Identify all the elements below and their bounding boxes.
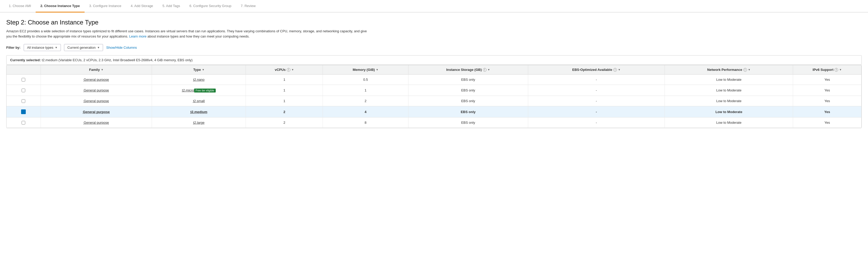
generation-filter-label: Current generation (67, 46, 95, 50)
type-cell: t2.small (152, 96, 246, 106)
nav-step-step5[interactable]: 5. Add Tags (158, 0, 185, 12)
vcpus-cell: 1 (246, 96, 323, 106)
family-cell: General purpose (40, 96, 152, 106)
network-cell: Low to Moderate (665, 85, 793, 96)
memory-cell: 4 (323, 106, 408, 117)
storage-cell: EBS only (408, 75, 528, 85)
row-checkbox[interactable] (22, 78, 25, 82)
family-link[interactable]: General purpose (84, 99, 109, 103)
storage-cell: EBS only (408, 117, 528, 128)
table-header-vcpus[interactable]: vCPUs i ▼ (246, 65, 323, 75)
family-cell: General purpose (40, 85, 152, 96)
table-row[interactable]: General purposet2.microFree tier eligibl… (6, 85, 862, 96)
instance-type-link[interactable]: t2.large (193, 121, 205, 124)
selected-prefix: Currently selected: (10, 58, 41, 62)
memory-cell: 8 (323, 117, 408, 128)
table-header-row: Family ▼ Type ▼ vCPUs i (6, 65, 862, 75)
row-select-cell[interactable] (6, 117, 40, 128)
learn-more-link[interactable]: Learn more (129, 34, 147, 38)
sort-icon: ▼ (839, 68, 842, 71)
generation-filter[interactable]: Current generation ▼ (64, 44, 103, 51)
vcpus-cell: 1 (246, 75, 323, 85)
page-title: Step 2: Choose an Instance Type (6, 19, 862, 26)
chevron-down-icon: ▼ (97, 46, 100, 49)
row-select-cell[interactable] (6, 85, 40, 96)
header-network-label: Network Performance (707, 68, 742, 71)
ipv6-cell: Yes (793, 106, 862, 117)
table-header-network[interactable]: Network Performance i ▼ (665, 65, 793, 75)
family-link[interactable]: General purpose (84, 121, 109, 124)
row-select-cell[interactable] (6, 75, 40, 85)
table-header-memory[interactable]: Memory (GiB) ▼ (323, 65, 408, 75)
family-cell: General purpose (40, 117, 152, 128)
type-cell: t2.nano (152, 75, 246, 85)
network-cell: Low to Moderate (665, 117, 793, 128)
table-header-family[interactable]: Family ▼ (40, 65, 152, 75)
table-header-ipv6[interactable]: IPv6 Support i ▼ (793, 65, 862, 75)
table-row[interactable]: General purposet2.nano10.5EBS only-Low t… (6, 75, 862, 85)
table-row[interactable]: General purposet2.medium24EBS only-Low t… (6, 106, 862, 117)
vcpus-cell: 2 (246, 117, 323, 128)
info-icon[interactable]: i (483, 68, 487, 71)
table-header-storage[interactable]: Instance Storage (GB) i ▼ (408, 65, 528, 75)
ebs-cell: - (528, 96, 665, 106)
description-text2: about instance types and how they can me… (148, 34, 250, 38)
memory-cell: 1 (323, 85, 408, 96)
storage-cell: EBS only (408, 85, 528, 96)
info-icon[interactable]: i (834, 68, 838, 71)
nav-step-step1[interactable]: 1. Choose AMI (4, 0, 36, 12)
row-checkbox[interactable] (22, 89, 25, 92)
family-link[interactable]: General purpose (84, 88, 109, 92)
table-header-type[interactable]: Type ▼ (152, 65, 246, 75)
info-icon[interactable]: i (613, 68, 617, 71)
instance-type-filter[interactable]: All instance types ▼ (24, 44, 61, 51)
ebs-cell: - (528, 117, 665, 128)
ebs-cell: - (528, 75, 665, 85)
table-row[interactable]: General purposet2.small12EBS only-Low to… (6, 96, 862, 106)
ipv6-cell: Yes (793, 75, 862, 85)
nav-step-step7[interactable]: 7. Review (236, 0, 260, 12)
table-row[interactable]: General purposet2.large28EBS only-Low to… (6, 117, 862, 128)
instance-type-link[interactable]: t2.small (193, 99, 205, 103)
nav-step-step3[interactable]: 3. Configure Instance (85, 0, 126, 12)
family-link[interactable]: General purpose (83, 110, 110, 114)
instance-type-table: Family ▼ Type ▼ vCPUs i (6, 65, 862, 128)
selected-indicator[interactable] (21, 109, 26, 114)
type-cell: t2.medium (152, 106, 246, 117)
free-tier-badge: Free tier eligible (194, 89, 216, 92)
type-cell: t2.large (152, 117, 246, 128)
nav-step-step2[interactable]: 2. Choose Instance Type (36, 0, 84, 12)
ebs-cell: - (528, 85, 665, 96)
memory-cell: 2 (323, 96, 408, 106)
main-content: Step 2: Choose an Instance Type Amazon E… (0, 12, 868, 128)
row-checkbox[interactable] (22, 99, 25, 103)
instance-type-filter-label: All instance types (27, 46, 53, 50)
instance-type-link[interactable]: t2.micro (182, 88, 194, 92)
header-type-label: Type (193, 68, 201, 71)
nav-step-step4[interactable]: 4. Add Storage (126, 0, 158, 12)
sort-icon: ▼ (291, 68, 294, 71)
page-description: Amazon EC2 provides a wide selection of … (6, 29, 371, 39)
network-cell: Low to Moderate (665, 75, 793, 85)
wizard-nav: 1. Choose AMI2. Choose Instance Type3. C… (0, 0, 868, 12)
table-header-ebs[interactable]: EBS-Optimized Available i ▼ (528, 65, 665, 75)
sort-icon: ▼ (748, 68, 751, 71)
selected-banner: Currently selected: t2.medium (Variable … (6, 55, 862, 65)
instance-type-link[interactable]: t2.nano (193, 78, 205, 82)
header-ipv6-label: IPv6 Support (813, 68, 833, 71)
row-checkbox[interactable] (22, 121, 25, 124)
info-icon[interactable]: i (743, 68, 747, 71)
storage-cell: EBS only (408, 96, 528, 106)
row-select-cell[interactable] (6, 96, 40, 106)
nav-step-step6[interactable]: 6. Configure Security Group (185, 0, 236, 12)
show-hide-columns-button[interactable]: Show/Hide Columns (106, 46, 137, 50)
sort-icon: ▼ (488, 68, 490, 71)
type-cell: t2.microFree tier eligible (152, 85, 246, 96)
family-link[interactable]: General purpose (84, 78, 109, 82)
info-icon[interactable]: i (287, 68, 290, 71)
header-vcpus-label: vCPUs (275, 68, 286, 71)
sort-icon: ▼ (618, 68, 621, 71)
instance-type-link[interactable]: t2.medium (190, 110, 207, 114)
row-select-cell[interactable] (6, 106, 40, 117)
table-header-checkbox (6, 65, 40, 75)
